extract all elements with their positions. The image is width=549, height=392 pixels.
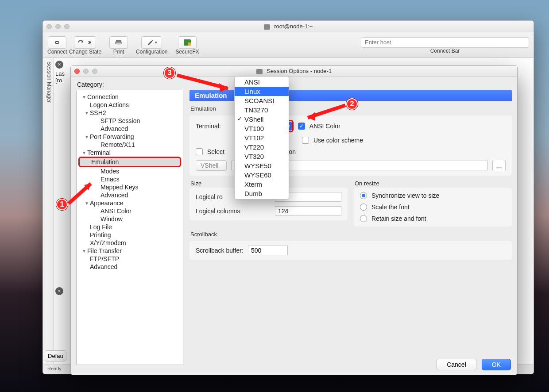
- terminal-option-vt100[interactable]: VT100: [235, 124, 289, 133]
- close-icon[interactable]: ×: [55, 287, 63, 295]
- defaults-button[interactable]: Defau: [45, 350, 66, 361]
- ansi-color-checkbox[interactable]: ✓: [298, 123, 305, 130]
- securefx-label: SecureFX: [175, 49, 199, 55]
- tree-file-transfer[interactable]: ▼File Transfer: [77, 247, 183, 255]
- tree-remote-x11[interactable]: Remote/X11: [77, 141, 183, 149]
- logical-columns-input[interactable]: [275, 206, 341, 216]
- tree-terminal[interactable]: ▼Terminal: [77, 149, 183, 157]
- tree-advanced[interactable]: Advanced: [77, 125, 183, 133]
- terminal-icon: [264, 24, 270, 30]
- link-icon: [53, 38, 62, 46]
- resize-sync-label: Synchronize view to size: [371, 192, 439, 199]
- terminal-line: [ro: [55, 77, 70, 84]
- dialog-titlebar[interactable]: Session Options - node-1: [71, 66, 517, 77]
- svg-rect-2: [116, 43, 121, 45]
- scrollback-group: Scrollback buffer:: [189, 241, 512, 260]
- browse-button[interactable]: …: [492, 160, 506, 171]
- connect-button[interactable]: [48, 36, 66, 49]
- terminal-option-scoansi[interactable]: SCOANSI: [235, 96, 289, 105]
- tree-emacs[interactable]: Emacs: [77, 175, 183, 183]
- reconnect-icon: [76, 38, 85, 46]
- ansi-color-label: ANSI Color: [309, 123, 340, 130]
- tree-ansi-color[interactable]: ANSI Color: [77, 207, 183, 215]
- change-state-button[interactable]: [74, 36, 96, 49]
- tree-advanced[interactable]: Advanced: [77, 191, 183, 199]
- tree-modes[interactable]: Modes: [77, 167, 183, 175]
- select-keyboard-checkbox[interactable]: [196, 148, 203, 155]
- tools-icon: [146, 38, 155, 46]
- tree-appearance[interactable]: ▼Appearance: [77, 199, 183, 207]
- terminal-icon: [256, 69, 263, 74]
- dialog-title: Session Options - node-1: [71, 68, 517, 74]
- terminal-label: Terminal:: [196, 123, 221, 130]
- tree-window[interactable]: Window: [77, 215, 183, 223]
- resize-retain-label: Retain size and font: [371, 215, 426, 222]
- main-titlebar[interactable]: root@node-1:~: [43, 21, 534, 32]
- tree-ssh2[interactable]: ▼SSH2: [77, 109, 183, 117]
- ok-button[interactable]: OK: [482, 359, 511, 370]
- change-state-label: Change State: [69, 49, 101, 55]
- session-manager-tab[interactable]: Session Manager: [43, 58, 54, 364]
- configuration-label: Configuration: [136, 49, 167, 55]
- main-toolbar: Connect Change State Print: [43, 32, 534, 58]
- terminal-line: Las: [55, 70, 70, 77]
- terminal-option-xterm[interactable]: Xterm: [235, 180, 289, 189]
- logical-rows-label: Logical ro: [196, 193, 223, 200]
- enter-host-input[interactable]: [361, 37, 529, 48]
- configuration-button[interactable]: ▾: [141, 36, 162, 49]
- tree-connection[interactable]: ▼Connection: [77, 93, 183, 101]
- tree-log-file[interactable]: Log File: [77, 223, 183, 231]
- tree-ftp-sftp[interactable]: FTP/SFTP: [77, 255, 183, 263]
- resize-scale-radio[interactable]: [360, 204, 367, 211]
- disconnect-icon: [85, 38, 94, 46]
- tree-sftp-session[interactable]: SFTP Session: [77, 117, 183, 125]
- print-button[interactable]: [109, 36, 128, 49]
- connect-label: Connect: [47, 49, 67, 55]
- tree-emulation-selected[interactable]: Emulation: [78, 157, 181, 167]
- tree-port-forwarding[interactable]: ▼Port Forwarding: [77, 133, 183, 141]
- terminal-option-vt320[interactable]: VT320: [235, 152, 289, 161]
- use-color-scheme-label: Use color scheme: [313, 137, 363, 144]
- tree-advanced[interactable]: Advanced: [77, 263, 183, 271]
- tree-xyzmodem[interactable]: X/Y/Zmodem: [77, 239, 183, 247]
- svg-rect-0: [116, 40, 121, 42]
- tab-close-icon[interactable]: ×: [55, 61, 63, 69]
- dialog-title-label: Session Options - node-1: [267, 68, 332, 74]
- terminal-option-dumb[interactable]: Dumb: [235, 189, 289, 198]
- securefx-button[interactable]: [178, 36, 197, 49]
- tree-logon-actions[interactable]: Logon Actions: [77, 101, 183, 109]
- category-heading: Category:: [71, 77, 517, 90]
- connect-bar-label: Connect Bar: [430, 48, 460, 54]
- keyboard-emulation-select[interactable]: VShell: [196, 160, 227, 171]
- category-tree[interactable]: ▼Connection Logon Actions ▼SSH2 SFTP Ses…: [76, 90, 183, 365]
- scrollback-input[interactable]: [248, 246, 288, 255]
- title-label: root@node-1:~: [274, 23, 313, 30]
- terminal-type-dropdown[interactable]: ANSILinuxSCOANSITN3270VShellVT100VT102VT…: [234, 76, 289, 200]
- resize-sync-radio[interactable]: [360, 192, 367, 199]
- tree-printing[interactable]: Printing: [77, 231, 183, 239]
- terminal-option-wyse50[interactable]: WYSE50: [235, 161, 289, 170]
- session-options-dialog: Session Options - node-1 Category: ▼Conn…: [70, 65, 518, 375]
- main-window-title: root@node-1:~: [43, 23, 534, 30]
- terminal-option-wyse60[interactable]: WYSE60: [235, 170, 289, 180]
- printer-icon: [114, 38, 123, 46]
- terminal-option-ansi[interactable]: ANSI: [235, 77, 289, 87]
- terminal-option-vt102[interactable]: VT102: [235, 133, 289, 142]
- use-color-scheme-checkbox[interactable]: [302, 137, 309, 144]
- securefx-icon: [183, 38, 192, 46]
- chevron-down-icon: ▾: [155, 40, 157, 45]
- terminal-option-linux[interactable]: Linux: [235, 87, 289, 96]
- dialog-footer: Cancel OK: [437, 359, 511, 370]
- scrollback-group-title: Scrollback: [190, 231, 511, 238]
- cancel-button[interactable]: Cancel: [437, 359, 476, 370]
- tree-mapped-keys[interactable]: Mapped Keys: [77, 183, 183, 191]
- resize-retain-radio[interactable]: [360, 215, 367, 222]
- svg-rect-4: [188, 42, 191, 46]
- terminal-option-vt220[interactable]: VT220: [235, 142, 289, 152]
- terminal-option-vshell[interactable]: VShell: [235, 115, 289, 124]
- print-label: Print: [113, 49, 124, 55]
- terminal-area[interactable]: × Las [ro ×: [54, 58, 71, 364]
- resize-scale-label: Scale the font: [371, 204, 410, 211]
- on-resize-group-title: On resize: [355, 180, 511, 187]
- terminal-option-tn3270[interactable]: TN3270: [235, 105, 289, 115]
